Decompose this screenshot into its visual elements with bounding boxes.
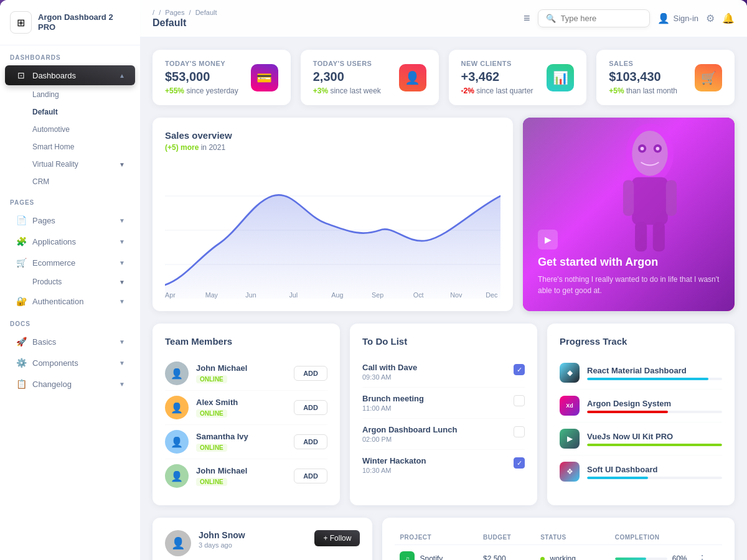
status-dot-spotify (540, 557, 545, 560)
sidebar-item-applications[interactable]: 🧩 Applications ▼ (5, 231, 135, 251)
stat-card-money: TODAY'S MONEY $53,000 +55% since yesterd… (153, 50, 291, 105)
team-member-4: 👤 John Michael ONLINE ADD (165, 459, 327, 493)
svg-rect-14 (632, 177, 667, 225)
todo-item-1: Call with Dave 09:30 AM ✓ (362, 357, 525, 388)
breadcrumb-root: / (153, 9, 154, 16)
todo-item-time-1: 09:30 AM (362, 373, 506, 381)
todo-item-time-3: 02:00 PM (362, 436, 506, 443)
svg-text:Apr: Apr (165, 291, 176, 299)
pages-icon: 📄 (15, 215, 27, 225)
change-text: since last quarter (476, 86, 533, 95)
progress-icon-3: ▶ (560, 429, 580, 449)
todo-checkbox-3[interactable] (514, 426, 525, 437)
sidebar-item-label: Authentication (32, 297, 114, 306)
promo-play-icon: ▶ (538, 230, 558, 250)
bottom-row-1: Team Members 👤 John Michael ONLINE ADD 👤… (153, 324, 735, 505)
change-text: than last month (626, 86, 677, 95)
stat-change: +5% than last month (609, 86, 677, 95)
topbar-actions: 👤 Sign-in ⚙ 🔔 (657, 12, 735, 24)
signin-label: Sign-in (674, 14, 698, 23)
menu-icon[interactable]: ≡ (524, 12, 530, 25)
projects-card: PROJECT BUDGET STATUS COMPLETION (382, 518, 735, 560)
todo-item-time-4: 10:30 AM (362, 467, 506, 474)
todo-title: To Do List (362, 336, 525, 347)
todo-item-4: Winter Hackaton 10:30 AM ✓ (362, 450, 525, 480)
todo-item-title-2: Brunch meeting (362, 394, 506, 403)
sidebar-sub-landing[interactable]: Landing (5, 86, 135, 103)
profile-header: 👤 John Snow 3 days ago + Follow (165, 530, 360, 556)
stat-card-users: TODAY'S USERS 2,300 +3% since last week … (301, 50, 439, 105)
main-content: / / Pages / Default Default ≡ 🔍 👤 Sign-i… (140, 0, 747, 560)
member-name-2: Alex Smith (196, 398, 286, 407)
svg-point-21 (641, 147, 644, 151)
sidebar-item-basics[interactable]: 🚀 Basics ▼ (5, 332, 135, 352)
svg-text:Sep: Sep (372, 291, 383, 299)
progress-bar-2 (587, 411, 668, 413)
progress-bar-wrap-2 (587, 411, 722, 413)
todo-item-2: Brunch meeting 11:00 AM (362, 388, 525, 419)
add-button-3[interactable]: ADD (294, 434, 327, 449)
todo-info-4: Winter Hackaton 10:30 AM (362, 456, 506, 474)
promo-card: ▶ Get started with Argon There's nothing… (523, 118, 735, 311)
sidebar: ⊞ Argon Dashboard 2 PRO DASHBOARDS ⊡ Das… (0, 0, 140, 560)
sidebar-sub-crm[interactable]: CRM (5, 174, 135, 190)
add-button-4[interactable]: ADD (294, 469, 327, 483)
progress-item-1: ◆ React Material Dashboard (560, 357, 722, 390)
profile-time: 3 days ago (199, 541, 307, 549)
basics-icon: 🚀 (15, 337, 27, 347)
section-label-pages: PAGES (0, 190, 140, 210)
section-label-docs: DOCS (0, 312, 140, 331)
follow-button[interactable]: + Follow (314, 530, 360, 546)
todo-checkbox-1[interactable]: ✓ (514, 364, 525, 375)
sidebar-item-ecommerce[interactable]: 🛒 Ecommerce ▼ (5, 253, 135, 273)
ecommerce-icon: 🛒 (15, 258, 27, 268)
sidebar-sub-vr[interactable]: Virtual Reality ▼ (5, 156, 135, 172)
search-icon: 🔍 (546, 14, 556, 23)
profile-card: 👤 John Snow 3 days ago + Follow Personal… (153, 518, 372, 560)
search-input[interactable] (561, 14, 642, 23)
profile-info: John Snow 3 days ago (199, 530, 307, 549)
robot-illustration (565, 118, 735, 273)
sidebar-sub-smarthome[interactable]: Smart Home (5, 139, 135, 155)
stat-cards-row: TODAY'S MONEY $53,000 +55% since yesterd… (153, 50, 735, 105)
change-text: since yesterday (186, 86, 238, 95)
todo-checkbox-2[interactable] (514, 395, 525, 406)
member-name-1: John Michael (196, 363, 286, 373)
member-avatar-4: 👤 (165, 464, 189, 488)
progress-item-2: Xd Argon Design System (560, 390, 722, 422)
stat-label: SALES (609, 60, 677, 67)
add-button-2[interactable]: ADD (294, 400, 327, 415)
sidebar-sub-default[interactable]: Default (5, 104, 135, 120)
sidebar-item-changelog[interactable]: 📋 Changelog ▼ (5, 374, 135, 394)
todo-checkbox-4[interactable]: ✓ (514, 457, 525, 469)
change-text: since last week (330, 86, 380, 95)
svg-point-13 (632, 131, 667, 176)
member-avatar-1: 👤 (165, 362, 189, 385)
sidebar-item-dashboards[interactable]: ⊡ Dashboards ▲ (5, 65, 135, 85)
member-info-1: John Michael ONLINE (196, 363, 286, 384)
progress-info-4: Soft UI Dashboard (587, 465, 722, 479)
col-actions (692, 530, 722, 545)
settings-icon[interactable]: ⚙ (706, 12, 715, 24)
svg-text:Oct: Oct (413, 291, 424, 299)
completion-bar-spotify (615, 558, 646, 560)
page-title: Default (153, 17, 516, 29)
signin-action[interactable]: 👤 Sign-in (657, 12, 698, 24)
middle-row: Sales overview (+5) more in 2021 (153, 118, 735, 311)
project-more-spotify[interactable]: ⋮ (692, 545, 722, 561)
sidebar-item-authentication[interactable]: 🔐 Authentication ▼ (5, 291, 135, 311)
more-icon[interactable]: ⋮ (697, 554, 707, 561)
logo-text: Argon Dashboard 2 PRO (38, 12, 130, 32)
stat-change: -2% since last quarter (461, 86, 533, 95)
sidebar-item-components[interactable]: ⚙️ Components ▼ (5, 353, 135, 373)
sidebar-sub-products[interactable]: Products ▼ (5, 274, 135, 290)
sidebar-sub-automotive[interactable]: Automotive (5, 121, 135, 138)
change-highlight: +5% (609, 86, 624, 95)
progress-track-card: Progress Track ◆ React Material Dashboar… (547, 324, 735, 505)
notification-icon[interactable]: 🔔 (722, 12, 735, 24)
progress-info-2: Argon Design System (587, 399, 722, 413)
search-box[interactable]: 🔍 (538, 9, 650, 27)
add-button-1[interactable]: ADD (294, 366, 327, 381)
todo-card: To Do List Call with Dave 09:30 AM ✓ Bru… (350, 324, 537, 505)
sidebar-item-pages[interactable]: 📄 Pages ▼ (5, 210, 135, 230)
